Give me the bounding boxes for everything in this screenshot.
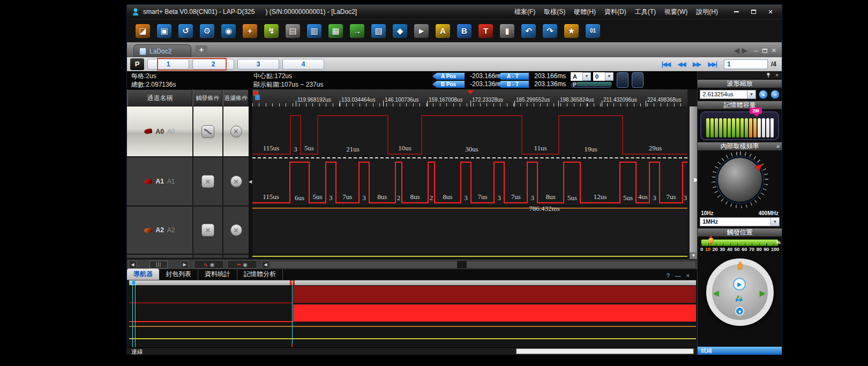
channel-name-cell[interactable]: A1A1 xyxy=(127,157,192,207)
menu-item[interactable]: 視窗(W) xyxy=(661,6,691,18)
trigger-condition-cell[interactable]: ✕ xyxy=(192,207,222,255)
trigger-condition-cell[interactable] xyxy=(192,255,222,259)
flag-a-icon[interactable]: A xyxy=(436,24,450,38)
zoom-scale-select[interactable]: 2.613254us ▼ xyxy=(700,90,756,99)
waveform-horizontal-scrollbar[interactable] xyxy=(270,261,696,269)
navigator-view-cursor[interactable] xyxy=(292,280,293,347)
trigger-condition-cell[interactable] xyxy=(192,106,222,157)
bus-decode-icon[interactable]: ◆ xyxy=(393,24,407,38)
chevron-down-icon[interactable]: ▼ xyxy=(582,72,591,81)
waveform-mode-button[interactable]: ∿◉ xyxy=(194,260,224,269)
channel-name-cell[interactable] xyxy=(127,255,192,259)
jump-right-icon[interactable]: ▶ xyxy=(759,288,766,298)
waveform-area-A1[interactable]: 115us6us5us37us38us28us28us37us37us38us5… xyxy=(252,157,687,207)
auto-scroll-button[interactable]: ↻▶▶ xyxy=(732,294,747,304)
marker-select[interactable]: A ▼ xyxy=(571,72,591,81)
tab-scroll-right-icon[interactable]: ▶ xyxy=(742,46,747,55)
eraser-icon[interactable]: ▮ xyxy=(500,24,514,38)
last-page-button[interactable]: ▶▶| xyxy=(708,60,716,68)
trigger-position-bar[interactable] xyxy=(701,239,779,246)
filter-condition-cell[interactable]: ✕ xyxy=(222,157,249,207)
copy-view-icon[interactable]: ▧ xyxy=(371,24,386,38)
video-record-icon[interactable]: ► xyxy=(414,24,429,38)
chevron-down-icon[interactable]: ▼ xyxy=(770,218,779,226)
panel-close-icon[interactable]: × xyxy=(686,272,690,279)
waveform-vertical-scrollbar[interactable]: ▶▼ xyxy=(690,106,697,259)
navigator-ruler[interactable] xyxy=(129,280,696,285)
document-tab[interactable]: LaDoc2 xyxy=(133,44,191,57)
frequency-knob[interactable] xyxy=(717,157,763,203)
name-scroll-right-icon[interactable]: ▶ xyxy=(181,261,189,269)
filter-condition-cell[interactable]: ✕ xyxy=(222,106,249,157)
trigger-condition-cell[interactable]: ✕ xyxy=(192,157,222,207)
menu-item[interactable]: 說明(H) xyxy=(692,6,722,18)
chevron-down-icon[interactable]: ▼ xyxy=(747,90,755,98)
add-tab-button[interactable]: + xyxy=(196,45,207,55)
menu-item[interactable]: 硬體(H) xyxy=(570,6,600,18)
panel-minimize-icon[interactable]: — xyxy=(675,272,681,279)
prev-page-button[interactable]: ◀◀ xyxy=(677,60,685,68)
a-t-badge[interactable]: A - T xyxy=(497,73,529,80)
close-button[interactable]: ✕ xyxy=(764,7,777,16)
device-panel-icon[interactable]: ▥ xyxy=(307,24,321,38)
scroll-down-icon[interactable]: ▼ xyxy=(690,252,697,259)
flag-b-icon[interactable]: B xyxy=(457,24,472,38)
goto-marker-a-pin-button[interactable] xyxy=(617,72,628,88)
column-header-channel-name[interactable]: 通道名稱 xyxy=(127,89,192,106)
save-as-icon[interactable]: ↺ xyxy=(178,24,193,38)
bottom-tab-資料統計[interactable]: 資料統計 xyxy=(198,269,237,280)
channel-row-A0[interactable]: A0A0✕115us35us21us10us30us11us19us29us xyxy=(127,106,697,157)
favorite-icon[interactable]: ★ xyxy=(564,24,579,38)
pane-close-button[interactable]: ✕ xyxy=(772,47,776,54)
chevron-down-icon[interactable]: ▼ xyxy=(605,72,613,81)
binary-view-icon[interactable]: 01 xyxy=(586,24,600,38)
menu-item[interactable]: 檔案(F) xyxy=(511,6,539,18)
zoom-out-button[interactable]: − xyxy=(770,90,780,99)
minimize-button[interactable] xyxy=(729,7,743,16)
panel-close-icon[interactable]: × xyxy=(775,72,779,78)
channel-name-cell[interactable]: A2A2 xyxy=(127,207,192,255)
channel-name-cell[interactable]: A0A0 xyxy=(127,106,192,157)
window-layout-icon[interactable]: ▦ xyxy=(328,24,343,38)
scroll-thumb[interactable] xyxy=(457,261,467,268)
screenshot-icon[interactable]: ◉ xyxy=(221,24,236,38)
menu-item[interactable]: 取樣(S) xyxy=(540,6,569,18)
menu-item[interactable]: 工具(T) xyxy=(631,6,660,18)
hand-pan-icon[interactable] xyxy=(735,261,745,270)
frequency-select[interactable]: 1MHz ▼ xyxy=(700,217,780,226)
channel-marker-icon[interactable]: ◀ xyxy=(249,179,252,184)
channel-row-A1[interactable]: A1A1✕✕◀115us6us5us37us38us28us28us37us37… xyxy=(127,157,697,207)
filter-condition-cell[interactable] xyxy=(222,255,249,259)
page-button-3[interactable]: 3 xyxy=(237,59,279,70)
export-data-icon[interactable]: → xyxy=(350,24,364,38)
menu-item[interactable]: 資料(D) xyxy=(601,6,630,18)
waveform-area-A2[interactable]: 786.432ms xyxy=(252,207,687,255)
b-pos-badge[interactable]: B Pos xyxy=(432,81,465,88)
restore-button[interactable] xyxy=(746,7,760,16)
zoom-previous-icon[interactable]: ↶ xyxy=(521,24,536,38)
pane-restore-button[interactable] xyxy=(762,49,767,53)
name-column-scroll-thumb[interactable]: ||| xyxy=(149,261,168,269)
tab-scroll-left-icon[interactable]: ◀ xyxy=(734,46,739,55)
memory-gauge[interactable]: 2M xyxy=(700,111,779,140)
next-page-button[interactable]: ▶▶ xyxy=(693,60,700,68)
sample-mode-button[interactable]: ••◉ xyxy=(227,260,257,269)
save-settings-icon[interactable]: ⚙ xyxy=(200,24,214,38)
bottom-tab-封包列表[interactable]: 封包列表 xyxy=(159,269,198,280)
no-trigger-icon[interactable]: ✕ xyxy=(201,224,214,237)
no-filter-icon[interactable]: ✕ xyxy=(230,224,242,236)
zoom-in-button[interactable]: + xyxy=(759,90,768,99)
no-filter-icon[interactable]: ✕ xyxy=(230,176,242,187)
pin-icon[interactable] xyxy=(766,72,771,78)
pane-minimize-button[interactable]: ─ xyxy=(754,48,758,54)
no-trigger-icon[interactable]: ✕ xyxy=(201,175,214,188)
column-header-filter-condition[interactable]: 過濾條件 xyxy=(222,89,249,106)
page-mode-badge[interactable]: P xyxy=(130,58,144,70)
channel-row-A2[interactable]: A2A2✕✕786.432ms xyxy=(127,207,697,255)
goto-marker-b-pin-button[interactable] xyxy=(632,72,643,88)
time-ruler[interactable]: 119.968192us133.034464us146.100736us159.… xyxy=(252,89,687,106)
page-number-input[interactable]: 1 xyxy=(724,59,768,69)
flag-t-icon[interactable]: T xyxy=(478,24,493,38)
bottom-tab-導航器[interactable]: 導航器 xyxy=(127,269,159,280)
single-capture-icon[interactable]: ↯ xyxy=(264,24,279,38)
